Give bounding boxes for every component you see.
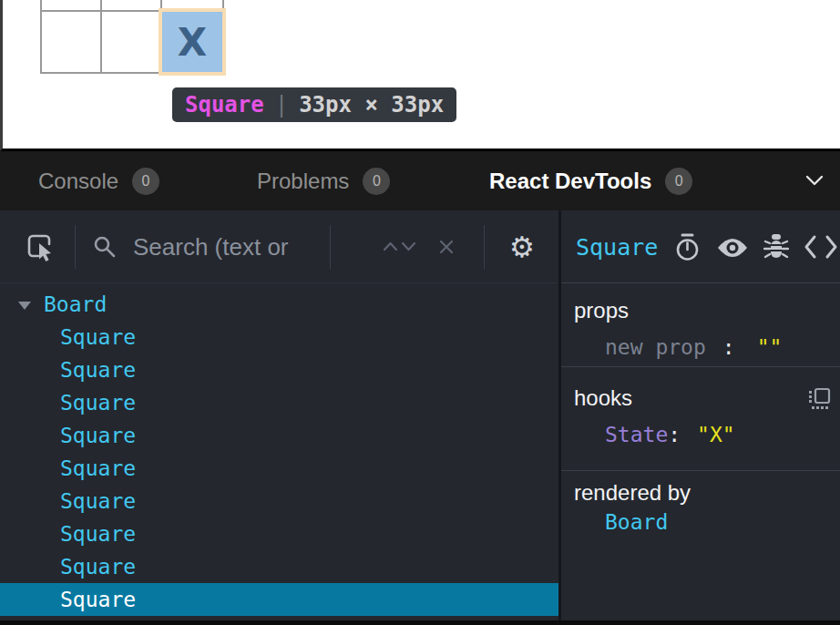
component-label: Square [60, 325, 136, 349]
tree-row-square[interactable]: Square [0, 452, 558, 485]
tree-row-board[interactable]: Board [0, 288, 558, 321]
tree-row-square[interactable]: Square [0, 353, 558, 386]
chevron-down-icon[interactable] [805, 175, 824, 187]
hooks-section: hooks State:"X" [561, 367, 840, 471]
parse-hook-names-icon[interactable] [808, 387, 831, 410]
tree-row-square-selected[interactable]: Square [0, 583, 558, 616]
board-cell[interactable] [162, 0, 222, 12]
prop-value[interactable]: "" [757, 335, 783, 359]
inspect-highlight: X [162, 12, 222, 72]
section-title: rendered by [574, 480, 827, 506]
details-toolbar: Square [561, 210, 840, 283]
section-title: props [574, 298, 827, 323]
board-cell-inspected[interactable]: X [162, 12, 222, 72]
board-cell[interactable] [102, 12, 162, 72]
profiler-stopwatch-icon[interactable] [674, 232, 702, 262]
component-label: Board [44, 292, 107, 316]
component-tree: Board Square Square Square Square Square… [0, 283, 558, 620]
colon: : [722, 335, 735, 359]
tooltip-component-name: Square [185, 92, 264, 118]
board-cell[interactable] [42, 0, 102, 12]
component-label: Square [60, 358, 136, 382]
tab-label: Problems [257, 169, 349, 194]
tree-row-square[interactable]: Square [0, 517, 558, 550]
toolbar-divider [330, 225, 331, 269]
bug-icon[interactable] [763, 232, 789, 261]
inspect-element-icon[interactable] [26, 231, 56, 262]
page-viewport: X Square | 33px × 33px [0, 0, 840, 151]
hook-value[interactable]: "X" [697, 423, 735, 446]
tab-badge: 0 [665, 168, 692, 195]
tree-row-square[interactable]: Square [0, 321, 558, 353]
selected-component-name: Square [576, 234, 658, 261]
components-toolbar: ⚙ [0, 210, 558, 283]
tab-react-devtools[interactable]: React DevTools 0 [489, 151, 692, 210]
toolbar-divider [484, 225, 485, 269]
component-label: Square [60, 555, 136, 579]
component-label: Square [60, 522, 136, 546]
component-label: Square [60, 424, 136, 447]
hook-row[interactable]: State:"X" [574, 422, 827, 447]
props-section: props new prop:"" [561, 283, 840, 367]
tab-console[interactable]: Console 0 [38, 151, 159, 210]
chevron-down-icon[interactable] [401, 241, 416, 251]
tab-label: React DevTools [489, 169, 651, 194]
devtools-tabbar: Console 0 Problems 0 React DevTools 0 [0, 151, 840, 210]
tooltip-dimensions: 33px × 33px [299, 92, 444, 118]
component-label: Square [60, 588, 136, 611]
tictactoe-board: X [40, 0, 224, 74]
prop-row[interactable]: new prop:"" [574, 334, 827, 360]
inspect-tooltip: Square | 33px × 33px [172, 87, 456, 122]
gear-icon[interactable]: ⚙ [507, 231, 538, 263]
rendered-by-section: rendered by Board [561, 471, 840, 620]
section-title: hooks [574, 385, 827, 411]
colon: : [668, 423, 681, 446]
close-icon[interactable] [438, 239, 455, 255]
search-input[interactable] [133, 231, 323, 263]
tab-badge: 0 [363, 168, 390, 195]
tooltip-separator: | [275, 92, 288, 118]
view-source-code-icon[interactable] [804, 233, 838, 261]
eye-icon[interactable] [716, 237, 749, 259]
tab-label: Console [38, 169, 118, 194]
component-label: Square [60, 391, 136, 415]
bottom-edge [0, 620, 840, 625]
devtools-window: X Square | 33px × 33px Console 0 Problem… [0, 0, 840, 625]
tab-badge: 0 [132, 168, 159, 195]
prop-key[interactable]: new prop [605, 335, 706, 359]
rendered-by-link[interactable]: Board [574, 509, 827, 535]
component-label: Square [60, 456, 136, 480]
tab-problems[interactable]: Problems 0 [257, 151, 390, 210]
board-cell[interactable] [42, 12, 102, 72]
hook-key: State [605, 423, 668, 446]
tree-row-square[interactable]: Square [0, 485, 558, 517]
tree-row-square[interactable]: Square [0, 386, 558, 419]
chevron-up-icon[interactable] [383, 241, 398, 251]
component-label: Square [60, 489, 136, 513]
tree-row-square[interactable]: Square [0, 550, 558, 583]
search-icon [93, 235, 118, 260]
expand-arrow-icon[interactable] [18, 302, 31, 310]
tree-row-square[interactable]: Square [0, 419, 558, 452]
toolbar-divider [75, 225, 76, 269]
board-cell[interactable] [102, 0, 162, 12]
